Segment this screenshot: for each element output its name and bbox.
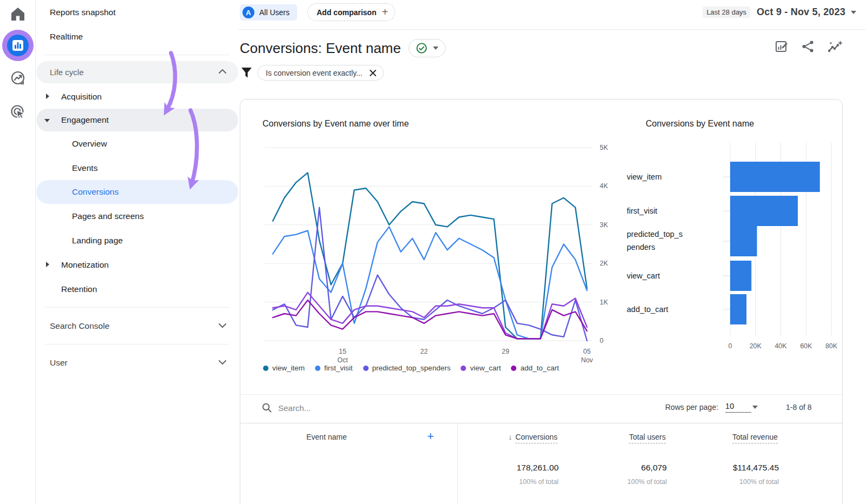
sidebar-item-label: Search Console <box>50 321 109 331</box>
legend-item-predicted-top-spenders[interactable]: predicted_top_spenders <box>363 364 451 372</box>
pagination-range: 1-8 of 8 <box>786 403 811 412</box>
sidebar-item-retention[interactable]: Retention <box>36 277 238 301</box>
totals-revenue: $114,475.45 <box>671 463 779 473</box>
check-circle-icon <box>416 42 428 54</box>
explore-icon[interactable] <box>0 70 36 87</box>
add-comparison-label: Add comparison <box>317 8 376 17</box>
sidebar-item-life-cycle[interactable]: Life cycle <box>36 61 238 83</box>
chevron-down-icon <box>219 323 226 328</box>
divider <box>240 394 842 395</box>
close-icon[interactable] <box>369 69 377 77</box>
sidebar-item-search-console[interactable]: Search Console <box>36 314 238 338</box>
column-header-conversions[interactable]: ↓Conversions <box>508 433 557 441</box>
search-input[interactable] <box>278 403 441 413</box>
svg-text:29: 29 <box>502 348 509 355</box>
customize-report-icon[interactable] <box>775 40 789 56</box>
legend-item-view-item[interactable]: view_item <box>263 364 305 372</box>
svg-text:20K: 20K <box>750 342 762 350</box>
add-column-icon[interactable]: + <box>427 429 434 443</box>
svg-text:2K: 2K <box>600 260 608 267</box>
svg-text:1K: 1K <box>600 299 608 306</box>
sidebar-item-overview[interactable]: Overview <box>36 131 238 156</box>
column-header-total-revenue[interactable]: Total revenue <box>732 433 778 441</box>
svg-text:22: 22 <box>421 348 428 355</box>
sidebar-item-label: Pages and screens <box>72 211 144 221</box>
add-comparison-button[interactable]: Add comparison + <box>307 3 395 21</box>
advertising-icon[interactable] <box>0 104 36 120</box>
legend-label: predicted_top_spenders <box>372 364 451 372</box>
sidebar-item-pages-and-screens[interactable]: Pages and screens <box>36 204 238 228</box>
sidebar-item-engagement[interactable]: Engagement <box>36 109 238 131</box>
svg-text:penders: penders <box>627 243 655 251</box>
totals-share: 100% of total <box>559 478 667 486</box>
svg-text:0: 0 <box>729 342 732 350</box>
rows-per-page-select[interactable]: 10 <box>725 402 751 413</box>
legend-dot-icon <box>315 366 320 371</box>
divider <box>45 55 229 55</box>
svg-text:view_cart: view_cart <box>627 271 660 280</box>
header-actions <box>775 40 843 56</box>
insights-icon[interactable] <box>828 40 843 56</box>
sort-descending-icon: ↓ <box>508 433 512 441</box>
report-sidebar: Reports snapshotRealtimeLife cycleAcquis… <box>36 0 238 504</box>
collapse-arrow-icon <box>44 119 50 122</box>
chevron-down-icon <box>851 11 856 14</box>
sidebar-item-monetization[interactable]: Monetization <box>36 253 238 277</box>
svg-text:view_item: view_item <box>627 173 661 181</box>
sidebar-item-events[interactable]: Events <box>36 156 238 180</box>
report-topbar: A All Users Add comparison + Last 28 day… <box>238 0 866 30</box>
sidebar-item-reports-snapshot[interactable]: Reports snapshot <box>36 0 238 24</box>
totals-conversions: 178,261.00 <box>450 463 559 473</box>
divider <box>45 344 229 344</box>
column-header-event-name: Event name <box>306 433 347 441</box>
segment-label: All Users <box>259 8 290 17</box>
segment-avatar: A <box>242 6 254 18</box>
sidebar-item-acquisition[interactable]: Acquisition <box>36 84 238 109</box>
svg-text:80K: 80K <box>825 342 838 350</box>
svg-text:Nov: Nov <box>581 356 593 364</box>
sidebar-item-label: Conversions <box>72 187 119 197</box>
all-users-segment-chip[interactable]: A All Users <box>240 4 297 21</box>
svg-text:05: 05 <box>583 348 591 355</box>
divider <box>45 307 229 308</box>
sidebar-item-label: Events <box>72 163 97 173</box>
sidebar-item-landing-page[interactable]: Landing page <box>36 228 238 253</box>
sidebar-item-label: Overview <box>72 139 107 149</box>
legend-item-view-cart[interactable]: view_cart <box>461 364 501 372</box>
conversions-bar-chart: 020K40K60K80Kview_itemfirst_visitpredict… <box>619 100 843 394</box>
home-icon[interactable] <box>0 5 36 23</box>
left-navigation-rail <box>0 0 36 504</box>
legend-dot-icon <box>461 366 466 371</box>
svg-text:predicted_top_s: predicted_top_s <box>627 230 683 238</box>
sidebar-item-user[interactable]: User <box>36 350 238 375</box>
sidebar-item-realtime[interactable]: Realtime <box>36 24 238 49</box>
legend-label: first_visit <box>324 364 353 372</box>
filter-funnel-icon <box>241 67 252 78</box>
expand-arrow-icon <box>46 94 49 99</box>
chevron-up-icon <box>219 69 226 74</box>
svg-text:Oct: Oct <box>337 356 348 364</box>
date-range-picker[interactable]: Last 28 days Oct 9 - Nov 5, 2023 <box>703 6 856 18</box>
svg-text:15: 15 <box>339 348 346 355</box>
svg-text:0: 0 <box>600 337 603 344</box>
sidebar-item-label: Realtime <box>50 32 83 42</box>
share-icon[interactable] <box>802 40 815 56</box>
sidebar-item-label: User <box>50 358 68 368</box>
sidebar-item-label: Landing page <box>72 236 123 246</box>
main-content: A All Users Add comparison + Last 28 day… <box>238 0 866 504</box>
conversions-line-chart: 01K2K3K4K5K15Oct222905Nov <box>240 100 619 394</box>
column-header-total-users[interactable]: Total users <box>629 433 666 441</box>
filter-chip[interactable]: Is conversion event exactly... <box>258 65 384 81</box>
sidebar-item-conversions[interactable]: Conversions <box>36 180 238 204</box>
legend-item-add-to-cart[interactable]: add_to_cart <box>511 364 559 372</box>
sidebar-item-label: Monetization <box>61 260 109 270</box>
search-icon <box>262 403 272 413</box>
sidebar-item-label: Life cycle <box>50 68 84 77</box>
svg-text:3K: 3K <box>600 221 608 229</box>
legend-item-first-visit[interactable]: first_visit <box>315 364 353 372</box>
plus-icon: + <box>382 6 388 18</box>
conversion-status-dropdown[interactable] <box>409 39 445 57</box>
reports-icon[interactable] <box>0 30 36 61</box>
sidebar-item-label: Reports snapshot <box>50 8 116 17</box>
chevron-down-icon[interactable] <box>752 406 758 409</box>
